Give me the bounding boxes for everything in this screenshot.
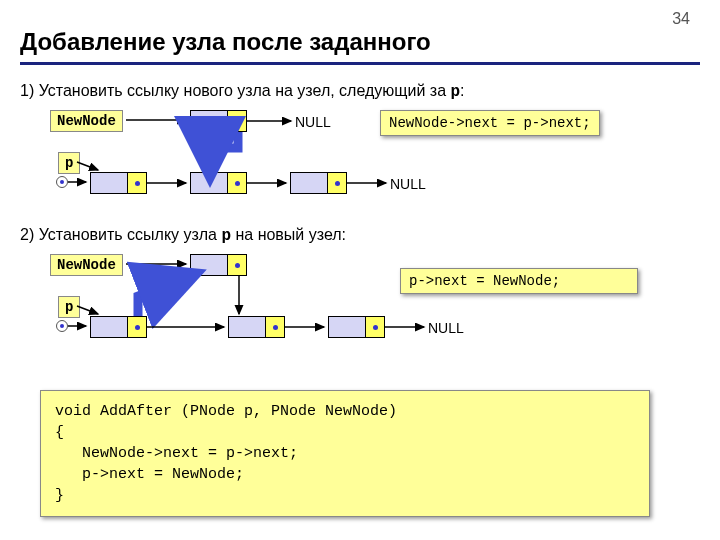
node-data bbox=[229, 317, 266, 337]
node-data bbox=[329, 317, 366, 337]
node-data bbox=[91, 317, 128, 337]
list-node-2a bbox=[90, 316, 147, 338]
node-ptr bbox=[228, 111, 246, 131]
list-origin-2 bbox=[56, 320, 68, 332]
node-ptr bbox=[266, 317, 284, 337]
page-number: 34 bbox=[672, 10, 690, 28]
list-origin-1 bbox=[56, 176, 68, 188]
list-node-1c bbox=[290, 172, 347, 194]
null-text-1a: NULL bbox=[295, 114, 331, 130]
node-ptr bbox=[128, 173, 146, 193]
p-label-2: p bbox=[58, 296, 80, 318]
page-title: Добавление узла после заданного bbox=[20, 28, 700, 65]
step1-var: p bbox=[450, 83, 460, 101]
list-node-1b bbox=[190, 172, 247, 194]
step1-prefix: 1) Установить ссылку нового узла на узел… bbox=[20, 82, 450, 99]
step1-suffix: : bbox=[460, 82, 464, 99]
p-label-1: p bbox=[58, 152, 80, 174]
newnode-box-1 bbox=[190, 110, 247, 132]
list-node-2b bbox=[228, 316, 285, 338]
node-data bbox=[91, 173, 128, 193]
null-text-1b: NULL bbox=[390, 176, 426, 192]
function-code: void AddAfter (PNode p, PNode NewNode) {… bbox=[40, 390, 650, 517]
node-data bbox=[191, 173, 228, 193]
null-text-2: NULL bbox=[428, 320, 464, 336]
step2-text: 2) Установить ссылку узла p на новый узе… bbox=[20, 226, 346, 245]
node-ptr bbox=[328, 173, 346, 193]
newnode-label-1: NewNode bbox=[50, 110, 123, 132]
node-data bbox=[291, 173, 328, 193]
node-data bbox=[191, 255, 228, 275]
node-ptr bbox=[128, 317, 146, 337]
node-ptr bbox=[366, 317, 384, 337]
node-ptr bbox=[228, 173, 246, 193]
code-box-2: p->next = NewNode; bbox=[400, 268, 638, 294]
list-node-2c bbox=[328, 316, 385, 338]
step1-text: 1) Установить ссылку нового узла на узел… bbox=[20, 82, 465, 101]
node-ptr bbox=[228, 255, 246, 275]
node-data bbox=[191, 111, 228, 131]
code-box-1: NewNode->next = p->next; bbox=[380, 110, 600, 136]
step2-var: p bbox=[221, 227, 231, 245]
newnode-label-2: NewNode bbox=[50, 254, 123, 276]
list-node-1a bbox=[90, 172, 147, 194]
newnode-box-2 bbox=[190, 254, 247, 276]
step2-suffix: на новый узел: bbox=[231, 226, 346, 243]
step2-prefix: 2) Установить ссылку узла bbox=[20, 226, 221, 243]
